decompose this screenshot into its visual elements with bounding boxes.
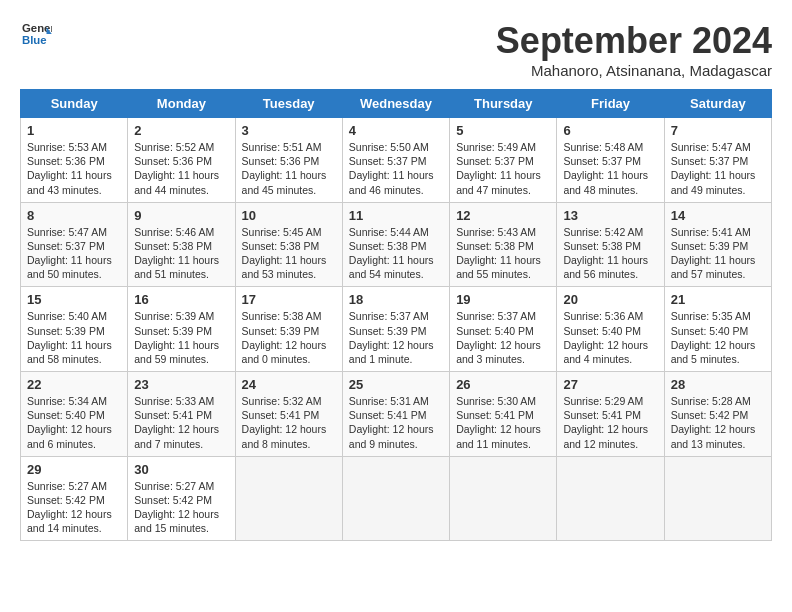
day-number: 2: [134, 123, 228, 138]
day-number: 14: [671, 208, 765, 223]
calendar-day: 26Sunrise: 5:30 AM Sunset: 5:41 PM Dayli…: [450, 372, 557, 457]
day-number: 6: [563, 123, 657, 138]
day-number: 5: [456, 123, 550, 138]
calendar-week-row: 15Sunrise: 5:40 AM Sunset: 5:39 PM Dayli…: [21, 287, 772, 372]
day-info: Sunrise: 5:43 AM Sunset: 5:38 PM Dayligh…: [456, 225, 550, 282]
day-info: Sunrise: 5:40 AM Sunset: 5:39 PM Dayligh…: [27, 309, 121, 366]
header-sunday: Sunday: [21, 90, 128, 118]
day-info: Sunrise: 5:39 AM Sunset: 5:39 PM Dayligh…: [134, 309, 228, 366]
calendar-day: 14Sunrise: 5:41 AM Sunset: 5:39 PM Dayli…: [664, 202, 771, 287]
calendar-day: 25Sunrise: 5:31 AM Sunset: 5:41 PM Dayli…: [342, 372, 449, 457]
location-title: Mahanoro, Atsinanana, Madagascar: [496, 62, 772, 79]
day-number: 28: [671, 377, 765, 392]
day-number: 21: [671, 292, 765, 307]
calendar-day: 17Sunrise: 5:38 AM Sunset: 5:39 PM Dayli…: [235, 287, 342, 372]
calendar-day: 11Sunrise: 5:44 AM Sunset: 5:38 PM Dayli…: [342, 202, 449, 287]
day-info: Sunrise: 5:45 AM Sunset: 5:38 PM Dayligh…: [242, 225, 336, 282]
calendar-day: 7Sunrise: 5:47 AM Sunset: 5:37 PM Daylig…: [664, 118, 771, 203]
day-number: 13: [563, 208, 657, 223]
day-info: Sunrise: 5:44 AM Sunset: 5:38 PM Dayligh…: [349, 225, 443, 282]
calendar-day: 19Sunrise: 5:37 AM Sunset: 5:40 PM Dayli…: [450, 287, 557, 372]
day-info: Sunrise: 5:49 AM Sunset: 5:37 PM Dayligh…: [456, 140, 550, 197]
calendar-day: [664, 456, 771, 541]
day-number: 18: [349, 292, 443, 307]
day-info: Sunrise: 5:29 AM Sunset: 5:41 PM Dayligh…: [563, 394, 657, 451]
calendar-day: 5Sunrise: 5:49 AM Sunset: 5:37 PM Daylig…: [450, 118, 557, 203]
day-info: Sunrise: 5:37 AM Sunset: 5:40 PM Dayligh…: [456, 309, 550, 366]
day-info: Sunrise: 5:34 AM Sunset: 5:40 PM Dayligh…: [27, 394, 121, 451]
day-info: Sunrise: 5:35 AM Sunset: 5:40 PM Dayligh…: [671, 309, 765, 366]
svg-text:Blue: Blue: [22, 34, 47, 46]
calendar-header-row: SundayMondayTuesdayWednesdayThursdayFrid…: [21, 90, 772, 118]
day-info: Sunrise: 5:33 AM Sunset: 5:41 PM Dayligh…: [134, 394, 228, 451]
day-number: 27: [563, 377, 657, 392]
calendar-day: 1Sunrise: 5:53 AM Sunset: 5:36 PM Daylig…: [21, 118, 128, 203]
calendar-day: 24Sunrise: 5:32 AM Sunset: 5:41 PM Dayli…: [235, 372, 342, 457]
calendar-day: 21Sunrise: 5:35 AM Sunset: 5:40 PM Dayli…: [664, 287, 771, 372]
calendar-week-row: 22Sunrise: 5:34 AM Sunset: 5:40 PM Dayli…: [21, 372, 772, 457]
header-friday: Friday: [557, 90, 664, 118]
day-info: Sunrise: 5:47 AM Sunset: 5:37 PM Dayligh…: [27, 225, 121, 282]
calendar-day: [235, 456, 342, 541]
calendar-day: 9Sunrise: 5:46 AM Sunset: 5:38 PM Daylig…: [128, 202, 235, 287]
calendar-day: 20Sunrise: 5:36 AM Sunset: 5:40 PM Dayli…: [557, 287, 664, 372]
calendar-day: 27Sunrise: 5:29 AM Sunset: 5:41 PM Dayli…: [557, 372, 664, 457]
day-info: Sunrise: 5:41 AM Sunset: 5:39 PM Dayligh…: [671, 225, 765, 282]
day-number: 23: [134, 377, 228, 392]
calendar-week-row: 29Sunrise: 5:27 AM Sunset: 5:42 PM Dayli…: [21, 456, 772, 541]
calendar-day: 3Sunrise: 5:51 AM Sunset: 5:36 PM Daylig…: [235, 118, 342, 203]
calendar-day: 2Sunrise: 5:52 AM Sunset: 5:36 PM Daylig…: [128, 118, 235, 203]
day-info: Sunrise: 5:30 AM Sunset: 5:41 PM Dayligh…: [456, 394, 550, 451]
day-number: 7: [671, 123, 765, 138]
calendar-day: 22Sunrise: 5:34 AM Sunset: 5:40 PM Dayli…: [21, 372, 128, 457]
day-number: 8: [27, 208, 121, 223]
day-number: 1: [27, 123, 121, 138]
month-title: September 2024: [496, 20, 772, 62]
day-number: 20: [563, 292, 657, 307]
calendar-day: 12Sunrise: 5:43 AM Sunset: 5:38 PM Dayli…: [450, 202, 557, 287]
calendar-day: 28Sunrise: 5:28 AM Sunset: 5:42 PM Dayli…: [664, 372, 771, 457]
day-info: Sunrise: 5:53 AM Sunset: 5:36 PM Dayligh…: [27, 140, 121, 197]
day-info: Sunrise: 5:27 AM Sunset: 5:42 PM Dayligh…: [134, 479, 228, 536]
header-wednesday: Wednesday: [342, 90, 449, 118]
day-info: Sunrise: 5:28 AM Sunset: 5:42 PM Dayligh…: [671, 394, 765, 451]
day-info: Sunrise: 5:36 AM Sunset: 5:40 PM Dayligh…: [563, 309, 657, 366]
day-info: Sunrise: 5:47 AM Sunset: 5:37 PM Dayligh…: [671, 140, 765, 197]
day-number: 22: [27, 377, 121, 392]
title-area: September 2024 Mahanoro, Atsinanana, Mad…: [496, 20, 772, 79]
calendar-day: 29Sunrise: 5:27 AM Sunset: 5:42 PM Dayli…: [21, 456, 128, 541]
day-number: 26: [456, 377, 550, 392]
logo-icon: General Blue: [20, 20, 52, 48]
calendar-day: 30Sunrise: 5:27 AM Sunset: 5:42 PM Dayli…: [128, 456, 235, 541]
calendar-day: 23Sunrise: 5:33 AM Sunset: 5:41 PM Dayli…: [128, 372, 235, 457]
day-number: 15: [27, 292, 121, 307]
day-number: 30: [134, 462, 228, 477]
calendar-day: 8Sunrise: 5:47 AM Sunset: 5:37 PM Daylig…: [21, 202, 128, 287]
day-number: 24: [242, 377, 336, 392]
calendar-week-row: 1Sunrise: 5:53 AM Sunset: 5:36 PM Daylig…: [21, 118, 772, 203]
calendar-day: 16Sunrise: 5:39 AM Sunset: 5:39 PM Dayli…: [128, 287, 235, 372]
day-number: 12: [456, 208, 550, 223]
day-info: Sunrise: 5:27 AM Sunset: 5:42 PM Dayligh…: [27, 479, 121, 536]
day-number: 9: [134, 208, 228, 223]
day-info: Sunrise: 5:48 AM Sunset: 5:37 PM Dayligh…: [563, 140, 657, 197]
header-saturday: Saturday: [664, 90, 771, 118]
calendar-day: 15Sunrise: 5:40 AM Sunset: 5:39 PM Dayli…: [21, 287, 128, 372]
day-number: 10: [242, 208, 336, 223]
day-info: Sunrise: 5:50 AM Sunset: 5:37 PM Dayligh…: [349, 140, 443, 197]
day-number: 19: [456, 292, 550, 307]
day-info: Sunrise: 5:51 AM Sunset: 5:36 PM Dayligh…: [242, 140, 336, 197]
calendar-day: 18Sunrise: 5:37 AM Sunset: 5:39 PM Dayli…: [342, 287, 449, 372]
calendar-day: [557, 456, 664, 541]
calendar-day: [342, 456, 449, 541]
day-number: 3: [242, 123, 336, 138]
day-info: Sunrise: 5:38 AM Sunset: 5:39 PM Dayligh…: [242, 309, 336, 366]
calendar-week-row: 8Sunrise: 5:47 AM Sunset: 5:37 PM Daylig…: [21, 202, 772, 287]
calendar-day: 6Sunrise: 5:48 AM Sunset: 5:37 PM Daylig…: [557, 118, 664, 203]
day-number: 29: [27, 462, 121, 477]
calendar: SundayMondayTuesdayWednesdayThursdayFrid…: [20, 89, 772, 541]
day-number: 17: [242, 292, 336, 307]
calendar-day: 13Sunrise: 5:42 AM Sunset: 5:38 PM Dayli…: [557, 202, 664, 287]
day-info: Sunrise: 5:46 AM Sunset: 5:38 PM Dayligh…: [134, 225, 228, 282]
calendar-day: [450, 456, 557, 541]
